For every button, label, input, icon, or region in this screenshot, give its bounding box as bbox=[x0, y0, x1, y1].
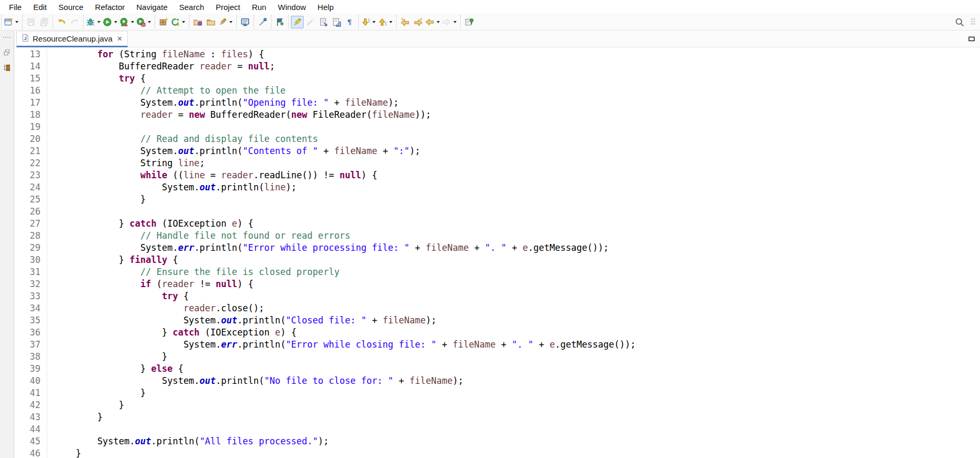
code-line[interactable]: 32 if (reader != null) { bbox=[14, 278, 980, 290]
code-line[interactable]: 33 try { bbox=[14, 290, 980, 302]
line-number[interactable]: 38 bbox=[14, 351, 47, 363]
show-source-button[interactable] bbox=[330, 16, 343, 28]
previous-annotation-button[interactable] bbox=[378, 16, 394, 28]
open-resource-button[interactable] bbox=[205, 16, 217, 28]
line-number[interactable]: 25 bbox=[14, 194, 47, 206]
code-line[interactable]: 25 } bbox=[14, 194, 980, 206]
code-line[interactable]: 39 } else { bbox=[14, 363, 980, 375]
code-line[interactable]: 37 System.err.println("Error while closi… bbox=[14, 339, 980, 351]
coverage-dropdown-icon[interactable] bbox=[131, 21, 134, 23]
line-number[interactable]: 27 bbox=[14, 218, 47, 230]
code-line[interactable]: 40 System.out.println("No file to close … bbox=[14, 375, 980, 387]
code-line[interactable]: 27 } catch (IOException e) { bbox=[14, 218, 980, 230]
forward-dropdown-icon[interactable] bbox=[453, 21, 457, 23]
code-line[interactable]: 41 } bbox=[14, 387, 980, 399]
debug-button[interactable] bbox=[86, 16, 102, 28]
code-line[interactable]: 23 while ((line = reader.readLine()) != … bbox=[14, 169, 980, 181]
back-dropdown-icon[interactable] bbox=[437, 21, 440, 23]
code-line[interactable]: 18 reader = new BufferedReader(new FileR… bbox=[14, 109, 980, 121]
import-wizard-button[interactable] bbox=[191, 16, 204, 28]
menu-source[interactable]: Source bbox=[53, 2, 89, 13]
restore-view-button[interactable] bbox=[2, 47, 12, 58]
run-dropdown-icon[interactable] bbox=[114, 21, 117, 23]
code-line[interactable]: 43 } bbox=[14, 411, 980, 423]
line-number[interactable]: 16 bbox=[14, 85, 47, 97]
line-number[interactable]: 15 bbox=[14, 73, 47, 85]
line-number[interactable]: 17 bbox=[14, 97, 47, 109]
code-editor[interactable]: 13 for (String fileName : files) {14 Buf… bbox=[14, 47, 980, 458]
restore-editor-button[interactable] bbox=[967, 35, 976, 45]
close-tab-icon[interactable]: × bbox=[117, 35, 122, 43]
code-line[interactable]: 24 System.out.println(line); bbox=[14, 181, 980, 194]
code-line[interactable]: 29 System.err.println("Error while proce… bbox=[14, 242, 980, 254]
code-line[interactable]: 36 } catch (IOException e) { bbox=[14, 327, 980, 339]
line-number[interactable]: 43 bbox=[14, 411, 47, 423]
search-button[interactable] bbox=[953, 16, 966, 28]
line-number[interactable]: 21 bbox=[14, 145, 47, 157]
code-line[interactable]: 26 bbox=[14, 206, 980, 218]
run-last-tool-dropdown-icon[interactable] bbox=[182, 21, 185, 23]
inspect-button[interactable] bbox=[256, 16, 269, 28]
line-number[interactable]: 33 bbox=[14, 290, 47, 302]
code-line[interactable]: 31 // Ensure the file is closed properly bbox=[14, 266, 980, 278]
line-number[interactable]: 26 bbox=[14, 206, 47, 218]
toolbar-overflow-button[interactable] bbox=[967, 16, 979, 28]
code-line[interactable]: 19 bbox=[14, 121, 980, 133]
line-number[interactable]: 46 bbox=[14, 447, 47, 458]
debug-dropdown-icon[interactable] bbox=[97, 21, 100, 23]
line-number[interactable]: 24 bbox=[14, 181, 47, 194]
code-line[interactable]: 44 bbox=[14, 423, 980, 435]
menu-file[interactable]: File bbox=[3, 2, 27, 13]
menu-project[interactable]: Project bbox=[210, 2, 246, 13]
code-line[interactable]: 17 System.out.println("Opening file: " +… bbox=[14, 97, 980, 109]
menu-help[interactable]: Help bbox=[312, 2, 340, 13]
line-number[interactable]: 37 bbox=[14, 339, 47, 351]
code-line[interactable]: 30 } finally { bbox=[14, 254, 980, 266]
code-line[interactable]: 22 String line; bbox=[14, 157, 980, 169]
code-line[interactable]: 21 System.out.println("Contents of " + f… bbox=[14, 145, 980, 157]
line-number[interactable]: 36 bbox=[14, 327, 47, 339]
new-wizard-button[interactable] bbox=[4, 16, 20, 28]
run-last-tool-button[interactable] bbox=[170, 16, 187, 28]
line-number[interactable]: 42 bbox=[14, 399, 47, 411]
menu-navigate[interactable]: Navigate bbox=[130, 2, 173, 13]
code-line[interactable]: 38 } bbox=[14, 351, 980, 363]
code-line[interactable]: 15 try { bbox=[14, 73, 980, 85]
run-button[interactable] bbox=[103, 16, 119, 28]
line-number[interactable]: 22 bbox=[14, 157, 47, 169]
line-number[interactable]: 19 bbox=[14, 121, 47, 133]
line-number[interactable]: 13 bbox=[14, 48, 47, 60]
code-line[interactable]: 13 for (String fileName : files) { bbox=[14, 48, 980, 60]
line-number[interactable]: 44 bbox=[14, 423, 47, 435]
code-line[interactable]: 34 reader.close(); bbox=[14, 302, 980, 314]
profile-button[interactable] bbox=[136, 16, 153, 28]
back-button[interactable] bbox=[425, 16, 441, 28]
code-line[interactable]: 42 } bbox=[14, 399, 980, 411]
line-number[interactable]: 30 bbox=[14, 254, 47, 266]
new-java-project-button[interactable] bbox=[157, 16, 170, 28]
pin-editor-button[interactable] bbox=[463, 16, 476, 28]
line-number[interactable]: 41 bbox=[14, 387, 47, 399]
code-line[interactable]: 20 // Read and display file contents bbox=[14, 133, 980, 145]
menu-refactor[interactable]: Refactor bbox=[89, 2, 131, 13]
line-number[interactable]: 14 bbox=[14, 60, 47, 73]
new-wizard-dropdown-icon[interactable] bbox=[15, 21, 18, 23]
line-number[interactable]: 40 bbox=[14, 375, 47, 387]
show-whitespace-button[interactable]: ¶ bbox=[343, 16, 356, 28]
line-number[interactable]: 20 bbox=[14, 133, 47, 145]
code-line[interactable]: 46 } bbox=[14, 447, 980, 458]
open-console-button[interactable] bbox=[239, 16, 251, 28]
line-number[interactable]: 34 bbox=[14, 302, 47, 314]
next-task-button[interactable] bbox=[274, 16, 286, 28]
menu-search[interactable]: Search bbox=[173, 2, 210, 13]
package-explorer-button[interactable] bbox=[2, 63, 12, 73]
external-tools-button[interactable] bbox=[218, 16, 234, 28]
code-line[interactable]: 16 // Attempt to open the file bbox=[14, 85, 980, 97]
menu-run[interactable]: Run bbox=[246, 2, 272, 13]
tab-resourcecleanup-java[interactable]: J ResourceCleanup.java × bbox=[16, 31, 128, 47]
line-number[interactable]: 45 bbox=[14, 435, 47, 447]
undo-button[interactable] bbox=[55, 16, 68, 28]
last-edit-location-button[interactable] bbox=[399, 16, 411, 28]
line-number[interactable]: 32 bbox=[14, 278, 47, 290]
line-number[interactable]: 18 bbox=[14, 109, 47, 121]
